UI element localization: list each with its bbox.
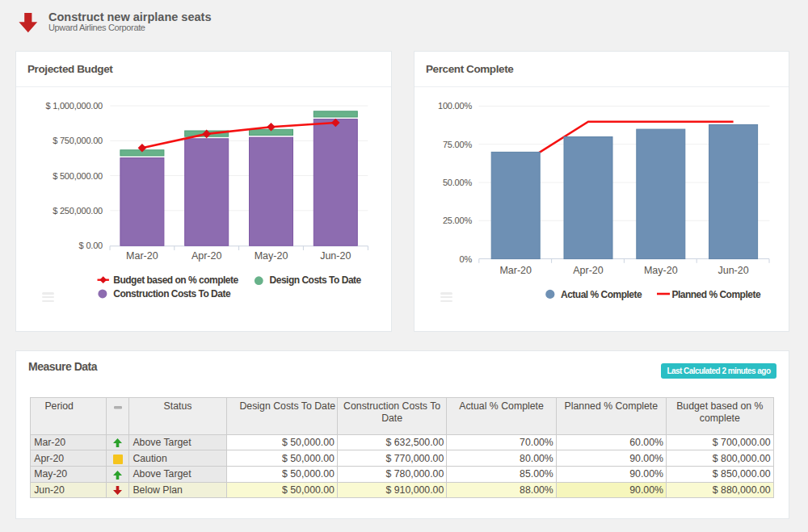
svg-text:Mar-20: Mar-20 [499,265,532,276]
svg-text:May-20: May-20 [255,250,288,262]
svg-text:Apr-20: Apr-20 [573,265,604,276]
svg-text:Construction Costs To Date: Construction Costs To Date [113,288,231,300]
svg-text:25.00%: 25.00% [443,216,473,225]
svg-text:$ 0.00: $ 0.00 [79,241,103,250]
svg-text:$ 1,000,000.00: $ 1,000,000.00 [45,101,103,111]
svg-text:$ 750,000.00: $ 750,000.00 [53,136,103,145]
svg-text:Planned % Complete: Planned % Complete [671,289,761,300]
svg-text:50.00%: 50.00% [443,178,473,187]
svg-text:$ 500,000.00: $ 500,000.00 [53,171,103,181]
svg-text:Design Costs To Date: Design Costs To Date [270,274,362,286]
svg-text:100.00%: 100.00% [438,101,472,111]
svg-text:Budget based on % complete: Budget based on % complete [113,274,238,286]
svg-text:Actual % Complete: Actual % Complete [561,289,642,300]
svg-text:$ 250,000.00: $ 250,000.00 [53,206,103,216]
svg-text:Apr-20: Apr-20 [191,250,222,262]
svg-text:0%: 0% [460,254,473,264]
svg-text:75.00%: 75.00% [443,140,473,149]
svg-text:Jun-20: Jun-20 [320,250,351,262]
svg-text:Jun-20: Jun-20 [718,265,748,276]
svg-text:Mar-20: Mar-20 [126,250,158,262]
svg-text:May-20: May-20 [644,265,678,276]
